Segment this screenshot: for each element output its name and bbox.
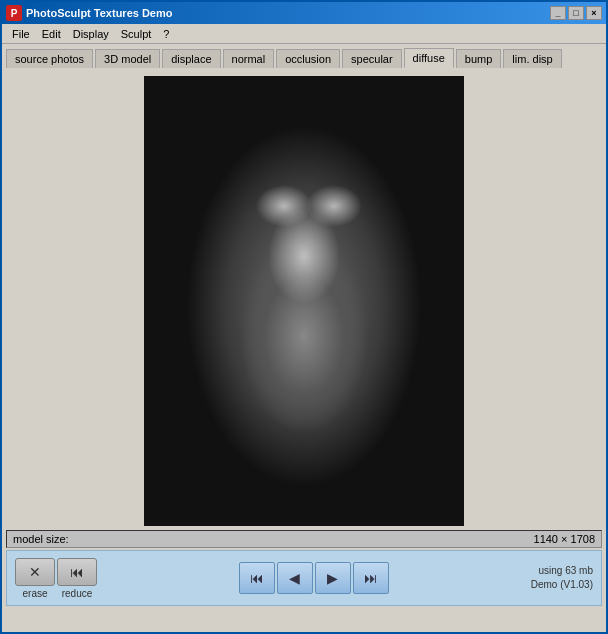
status-label: model size: — [13, 533, 69, 545]
tab-bump[interactable]: bump — [456, 49, 502, 68]
app-icon: P — [6, 5, 22, 21]
nav-last-button[interactable]: ⏭ — [353, 562, 389, 594]
tab-diffuse[interactable]: diffuse — [404, 48, 454, 68]
nav-first-button[interactable]: ⏮ — [239, 562, 275, 594]
action-labels: erase reduce — [15, 588, 97, 599]
nav-prev-icon: ◀ — [289, 570, 300, 586]
action-buttons: ✕ ⏮ — [15, 558, 97, 586]
reduce-label: reduce — [57, 588, 97, 599]
reduce-button[interactable]: ⏮ — [57, 558, 97, 586]
menu-file[interactable]: File — [6, 26, 36, 42]
tab-source-photos[interactable]: source photos — [6, 49, 93, 68]
tab-displace[interactable]: displace — [162, 49, 220, 68]
menu-help[interactable]: ? — [157, 26, 175, 42]
erase-icon: ✕ — [29, 564, 41, 580]
title-text: PhotoSculpt Textures Demo — [26, 7, 550, 19]
nav-next-icon: ▶ — [327, 570, 338, 586]
image-canvas — [144, 76, 464, 526]
close-button[interactable]: × — [586, 6, 602, 20]
erase-button[interactable]: ✕ — [15, 558, 55, 586]
tab-normal[interactable]: normal — [223, 49, 275, 68]
nav-prev-button[interactable]: ◀ — [277, 562, 313, 594]
reduce-icon: ⏮ — [70, 564, 84, 580]
maximize-button[interactable]: □ — [568, 6, 584, 20]
nav-group: ⏮ ◀ ▶ ⏭ — [239, 562, 389, 594]
main-window: P PhotoSculpt Textures Demo _ □ × File E… — [0, 0, 608, 634]
face-texture — [144, 76, 464, 526]
controls-bar: ✕ ⏮ erase reduce ⏮ ◀ — [6, 550, 602, 606]
tab-lim-disp[interactable]: lim. disp — [503, 49, 561, 68]
minimize-button[interactable]: _ — [550, 6, 566, 20]
nav-next-button[interactable]: ▶ — [315, 562, 351, 594]
info-line2: Demo (V1.03) — [531, 578, 593, 592]
menu-display[interactable]: Display — [67, 26, 115, 42]
tab-occlusion[interactable]: occlusion — [276, 49, 340, 68]
nav-first-icon: ⏮ — [250, 570, 264, 586]
window-controls: _ □ × — [550, 6, 602, 20]
tab-3d-model[interactable]: 3D model — [95, 49, 160, 68]
info-text: using 63 mb Demo (V1.03) — [531, 564, 593, 592]
status-bar: model size: 1140 × 1708 — [6, 530, 602, 548]
menu-bar: File Edit Display Sculpt ? — [2, 24, 606, 44]
info-line1: using 63 mb — [531, 564, 593, 578]
action-group: ✕ ⏮ erase reduce — [15, 558, 97, 599]
main-content: model size: 1140 × 1708 ✕ ⏮ erase reduce — [2, 68, 606, 632]
status-value: 1140 × 1708 — [534, 533, 595, 545]
erase-label: erase — [15, 588, 55, 599]
svg-text:P: P — [11, 8, 18, 19]
menu-edit[interactable]: Edit — [36, 26, 67, 42]
menu-sculpt[interactable]: Sculpt — [115, 26, 158, 42]
nav-last-icon: ⏭ — [364, 570, 378, 586]
title-bar: P PhotoSculpt Textures Demo _ □ × — [2, 2, 606, 24]
tab-bar: source photos 3D model displace normal o… — [2, 44, 606, 68]
tab-specular[interactable]: specular — [342, 49, 402, 68]
